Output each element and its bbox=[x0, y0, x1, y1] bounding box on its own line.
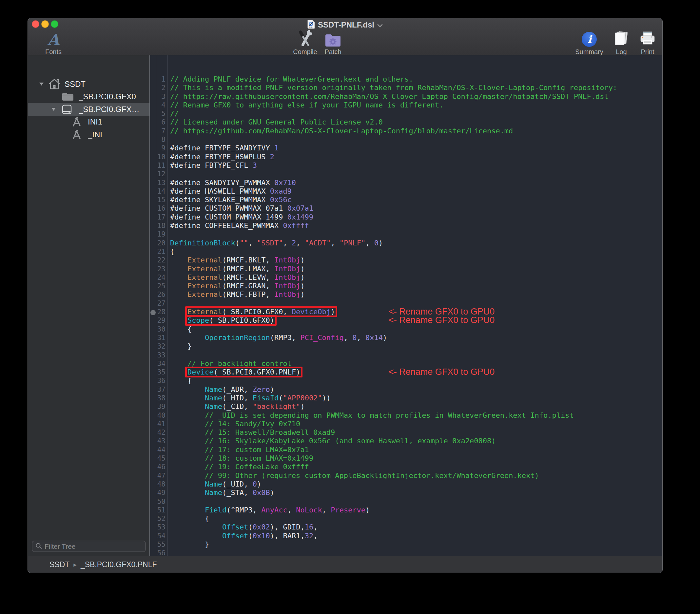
code-text: Name(_ADR, Zero) bbox=[165, 385, 274, 394]
line-number: 26 bbox=[150, 290, 165, 299]
code-text: // https://raw.githubusercontent.com/Reh… bbox=[165, 92, 609, 101]
code-line: 11#define FBTYPE_CFL 3 bbox=[150, 161, 662, 170]
print-label: Print bbox=[641, 48, 654, 56]
title-chevron-icon[interactable] bbox=[377, 23, 383, 29]
line-number: 42 bbox=[150, 428, 165, 437]
line-number: 47 bbox=[150, 472, 165, 480]
traffic-lights bbox=[32, 20, 58, 28]
line-number: 17 bbox=[150, 213, 165, 222]
code-text: #define FBTYPE_HSWPLUS 2 bbox=[165, 153, 274, 161]
code-text: Name(_UID, 0) bbox=[165, 480, 261, 489]
method-icon bbox=[72, 130, 82, 140]
content-area: SSDT_SB.PCI0.GFX0_SB.PCI0.GFX…INI1_INI 1… bbox=[28, 55, 662, 556]
filter-field[interactable] bbox=[32, 541, 146, 552]
code-text: // _UID is set depending on PWMMax to ma… bbox=[165, 411, 574, 420]
code-line: 22 External(RMCF.BKLT, IntObj) bbox=[150, 256, 662, 264]
line-number: 41 bbox=[150, 420, 165, 428]
window-title-group[interactable]: DSL SSDT-PNLF.dsl bbox=[308, 20, 383, 29]
code-text: Offset(0x02), GDID,16, bbox=[165, 523, 317, 531]
breadcrumb-arrow-icon: ▸ bbox=[73, 561, 77, 568]
rename-annotation: <- Rename GFX0 to GPU0 bbox=[389, 315, 495, 325]
code-text: { bbox=[165, 376, 192, 385]
code-line: 33 bbox=[150, 351, 662, 360]
print-button[interactable]: Print bbox=[625, 30, 663, 56]
sidebar-item-ini1[interactable]: INI1 bbox=[28, 116, 149, 128]
breadcrumb-node: _SB.PCI0.GFX0.PNLF bbox=[80, 560, 157, 569]
line-number: 19 bbox=[150, 230, 165, 239]
code-line: 37 Name(_ADR, Zero) bbox=[150, 385, 662, 394]
code-text bbox=[165, 299, 170, 308]
code-text: Name(_CID, "backlight") bbox=[165, 402, 305, 411]
disclosure-triangle-icon[interactable] bbox=[39, 81, 44, 87]
code-line: 20DefinitionBlock("", "SSDT", 2, "ACDT",… bbox=[150, 239, 662, 247]
code-text: External(RMCF.GRAN, IntObj) bbox=[165, 282, 305, 290]
filter-input[interactable] bbox=[45, 542, 142, 550]
disclosure-triangle-icon[interactable] bbox=[51, 106, 56, 112]
code-line: 12 bbox=[150, 170, 662, 178]
code-line: 41 // 14: Sandy/Ivy 0x710 bbox=[150, 420, 662, 428]
sidebar-item-ssdt[interactable]: SSDT bbox=[28, 78, 149, 90]
code-line: 55 } bbox=[150, 540, 662, 549]
code-line: 16#define CUSTOM_PWMMAX_07a1 0x07a1 bbox=[150, 204, 662, 213]
fonts-button[interactable]: A Fonts bbox=[30, 30, 76, 56]
code-line: 13#define SANDYIVY_PWMMAX 0x710 bbox=[150, 178, 662, 187]
line-number: 18 bbox=[150, 222, 165, 230]
sidebar-item-sb-pci0-gfx[interactable]: _SB.PCI0.GFX… bbox=[28, 103, 149, 116]
sidebar-item-label: INI1 bbox=[88, 117, 102, 126]
code-text: // 15: Haswell/Broadwell 0xad9 bbox=[165, 428, 335, 437]
line-number: 12 bbox=[150, 170, 165, 178]
code-editor[interactable]: 1// Adding PNLF device for WhateverGreen… bbox=[150, 55, 662, 556]
close-button[interactable] bbox=[32, 20, 39, 28]
line-number: 15 bbox=[150, 196, 165, 204]
code-text bbox=[165, 135, 170, 144]
line-number: 38 bbox=[150, 394, 165, 402]
code-text bbox=[165, 351, 170, 360]
code-text: External(RMCF.FBTP, IntObj) bbox=[165, 290, 305, 299]
code-text: External(RMCF.LMAX, IntObj) bbox=[165, 265, 305, 273]
zoom-button[interactable] bbox=[51, 20, 58, 28]
code-text: #define FBTYPE_CFL 3 bbox=[165, 161, 257, 170]
line-number: 22 bbox=[150, 256, 165, 264]
patch-label: Patch bbox=[324, 48, 341, 56]
code-line: 10#define FBTYPE_HSWPLUS 2 bbox=[150, 153, 662, 161]
line-number: 14 bbox=[150, 187, 165, 196]
code-line: 46 // 19: CoffeeLake 0xffff bbox=[150, 463, 662, 471]
code-line: 32 } bbox=[150, 342, 662, 351]
printer-icon bbox=[639, 30, 656, 47]
line-number: 13 bbox=[150, 178, 165, 187]
code-line: 3// https://raw.githubusercontent.com/Re… bbox=[150, 92, 662, 101]
line-number: 43 bbox=[150, 437, 165, 445]
home-icon bbox=[48, 78, 61, 90]
code-line: 54 Offset(0x10), BAR1,32, bbox=[150, 532, 662, 540]
status-bar: SSDT ▸ _SB.PCI0.GFX0.PNLF bbox=[28, 556, 662, 573]
code-text: // Adding PNLF device for WhateverGreen.… bbox=[165, 75, 413, 84]
code-lines: 1// Adding PNLF device for WhateverGreen… bbox=[150, 55, 662, 556]
code-text: Name(_HID, EisaId("APP0002")) bbox=[165, 394, 331, 402]
fonts-icon: A bbox=[48, 32, 59, 47]
code-text: // 14: Sandy/Ivy 0x710 bbox=[165, 420, 300, 428]
line-marker-dot bbox=[150, 310, 156, 315]
code-text bbox=[165, 170, 170, 178]
code-line: 49 Name(_STA, 0x0B) bbox=[150, 489, 662, 497]
code-line: 7// https://github.com/RehabMan/OS-X-Clo… bbox=[150, 127, 662, 135]
sidebar-item-label: _SB.PCI0.GFX… bbox=[79, 105, 139, 114]
code-text: // Licensed under GNU General Public Lic… bbox=[165, 118, 383, 126]
line-number: 54 bbox=[150, 532, 165, 540]
code-text: // 18: custom LMAX=0x1499 bbox=[165, 454, 313, 463]
search-icon bbox=[35, 542, 42, 550]
line-number: 7 bbox=[150, 127, 165, 135]
folder-icon bbox=[62, 92, 74, 101]
line-number: 4 bbox=[150, 101, 165, 110]
line-number: 9 bbox=[150, 144, 165, 152]
line-number: 2 bbox=[150, 84, 165, 92]
rename-highlight-box bbox=[185, 315, 277, 326]
sidebar-item-sb-pci0-gfx0[interactable]: _SB.PCI0.GFX0 bbox=[28, 90, 149, 103]
summary-info-icon: i bbox=[582, 30, 597, 47]
code-line: 56 bbox=[150, 549, 662, 556]
code-text: Field(^RMP3, AnyAcc, NoLock, Preserve) bbox=[165, 506, 370, 514]
code-text bbox=[165, 549, 170, 556]
minimize-button[interactable] bbox=[41, 20, 49, 28]
patch-button[interactable]: Patch bbox=[310, 30, 356, 56]
sidebar-item-ini[interactable]: _INI bbox=[28, 128, 149, 141]
rename-highlight-box bbox=[185, 367, 302, 377]
